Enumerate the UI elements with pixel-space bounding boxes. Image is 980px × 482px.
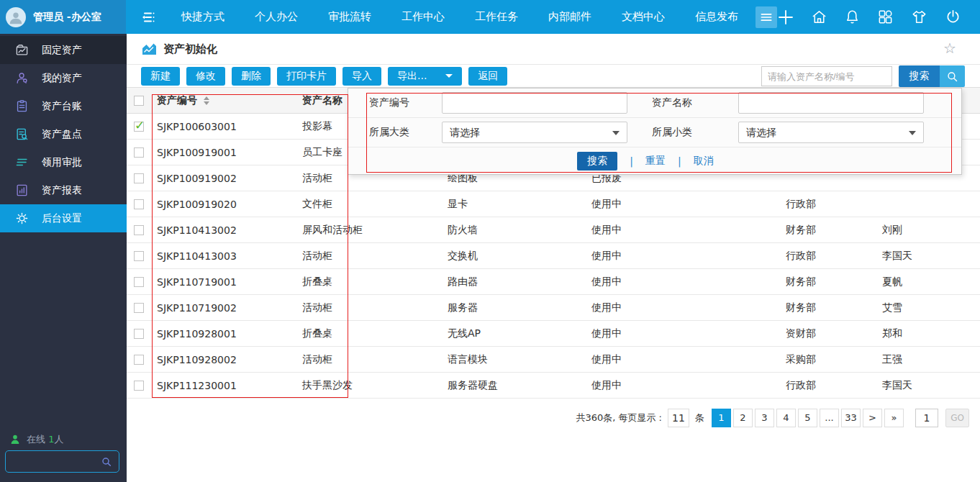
asset-search-input[interactable]	[761, 66, 892, 86]
asset-name-input[interactable]	[738, 92, 924, 114]
asset-status-cell: 使用中	[583, 301, 777, 314]
menu-item-personal-office[interactable]: 个人办公	[245, 10, 308, 24]
topbar-icons	[777, 9, 961, 26]
asset-status-cell: 使用中	[583, 198, 777, 211]
export-button[interactable]: 导出...	[388, 67, 462, 86]
table-row[interactable]: SJKP110719002 活动柜 服务器 使用中 财务部 艾雪	[127, 295, 980, 321]
sidebar-item-backend-settings[interactable]: 后台设置	[0, 204, 127, 232]
asset-code-cell: SJKP100919002	[151, 173, 295, 184]
asset-name-cell: 折叠桌	[295, 327, 439, 340]
delete-button[interactable]: 删除	[232, 67, 271, 86]
minor-category-select[interactable]: 请选择	[738, 122, 924, 143]
reset-button[interactable]: 重置	[645, 155, 666, 168]
page-button[interactable]: >	[863, 409, 882, 427]
more-menu-button[interactable]	[756, 6, 777, 28]
page-button[interactable]: 33	[841, 409, 861, 427]
back-button[interactable]: 返回	[468, 67, 507, 86]
top-menu-bar: 快捷方式 个人办公 审批流转 工作中心 工作任务 内部邮件 文档中心 信息发布	[126, 0, 980, 34]
table-row[interactable]: SJKP110928002 活动柜 语言模块 使用中 采购部 王强	[127, 347, 980, 373]
row-checkbox[interactable]	[134, 147, 144, 158]
new-button[interactable]: 新建	[141, 67, 180, 86]
modify-button[interactable]: 修改	[186, 67, 225, 86]
asset-code-input[interactable]	[442, 92, 627, 114]
row-checkbox[interactable]	[134, 303, 144, 313]
row-checkbox[interactable]	[134, 381, 144, 391]
table-row[interactable]: SJKP100919020 文件柜 显卡 使用中 行政部	[127, 191, 980, 217]
select-all-checkbox[interactable]	[134, 96, 144, 106]
page-button[interactable]: 3	[755, 409, 774, 427]
page-size-box[interactable]: 11	[668, 409, 689, 427]
table-row[interactable]: SJKP111230001 扶手黑沙发 服务器硬盘 使用中 行政部 李国天	[127, 373, 980, 399]
row-checkbox[interactable]	[134, 277, 144, 287]
search-button[interactable]: 搜索	[899, 65, 940, 87]
row-checkbox[interactable]	[134, 329, 144, 339]
row-checkbox[interactable]	[134, 199, 144, 209]
sidebar-search[interactable]	[5, 450, 119, 473]
topbar: 管理员 -办公室 快捷方式 个人办公 审批流转 工作中心 工作任务 内部邮件 文…	[0, 0, 980, 34]
asset-code-cell: SJKP110413002	[151, 224, 295, 236]
row-checkbox[interactable]	[134, 173, 144, 183]
menu-item-document-center[interactable]: 文档中心	[612, 10, 675, 24]
asset-code-cell: SJKP100919020	[151, 199, 295, 210]
page-button[interactable]: ...	[820, 409, 839, 427]
column-header-code: 资产编号	[157, 94, 197, 107]
table-row[interactable]: SJKP110413002 屏风和活动柜 防火墙 使用中 财务部 刘刚	[127, 217, 980, 243]
table-row[interactable]: SJKP110928001 折叠桌 无线AP 使用中 资财部 郑和	[127, 321, 980, 347]
top-menu: 快捷方式 个人办公 审批流转 工作中心 工作任务 内部邮件 文档中心 信息发布	[161, 10, 748, 24]
star-icon[interactable]: ☆	[943, 41, 956, 55]
print-card-button[interactable]: 打印卡片	[277, 67, 336, 86]
asset-name-cell: 活动柜	[295, 250, 439, 263]
asset-code-cell: SJKP110719002	[151, 302, 295, 314]
plus-icon[interactable]	[777, 9, 794, 26]
sort-icon[interactable]	[204, 96, 209, 105]
sidebar-item-label: 资产报表	[42, 184, 82, 197]
asset-code-cell: SJKP110928002	[151, 354, 295, 365]
go-button[interactable]: GO	[945, 409, 969, 427]
sidebar-item-asset-reports[interactable]: 资产报表	[0, 176, 127, 204]
page-button[interactable]: 5	[798, 409, 817, 427]
asset-dept-cell: 财务部	[777, 301, 874, 314]
menu-item-shortcuts[interactable]: 快捷方式	[171, 10, 235, 24]
sidebar-item-asset-ledger[interactable]: 资产台账	[0, 92, 127, 120]
table-row[interactable]: SJKP110719001 折叠桌 路由器 使用中 财务部 夏帆	[127, 269, 980, 295]
bell-icon[interactable]	[844, 9, 861, 25]
menu-item-internal-mail[interactable]: 内部邮件	[538, 10, 602, 24]
row-checkbox[interactable]	[134, 122, 144, 132]
asset-model-cell: 路由器	[439, 276, 583, 288]
panel-search-button[interactable]: 搜索	[577, 152, 617, 170]
menu-item-work-tasks[interactable]: 工作任务	[465, 10, 528, 24]
sidebar-item-asset-inventory[interactable]: 资产盘点	[0, 120, 127, 148]
chevron-down-icon	[612, 131, 620, 135]
apps-grid-icon[interactable]	[877, 9, 894, 25]
home-icon[interactable]	[811, 9, 827, 25]
import-button[interactable]: 导入	[342, 67, 381, 86]
major-category-select[interactable]: 请选择	[442, 122, 627, 143]
page-button[interactable]: 1	[712, 409, 731, 427]
search-icon	[101, 456, 112, 468]
page-button[interactable]: 2	[733, 409, 753, 427]
sidebar-item-label: 领用审批	[42, 156, 82, 169]
sidebar-item-fixed-assets[interactable]: 固定资产	[0, 36, 127, 64]
sidebar-item-requisition-approval[interactable]: 领用审批	[0, 148, 127, 176]
asset-dept-cell: 资财部	[777, 327, 874, 340]
page-button[interactable]: »	[884, 409, 904, 427]
row-checkbox[interactable]	[134, 225, 144, 235]
sidebar-item-my-assets[interactable]: 我的资产	[0, 64, 127, 92]
asset-dept-cell: 行政部	[777, 198, 874, 211]
row-checkbox[interactable]	[134, 251, 144, 261]
menu-item-work-center[interactable]: 工作中心	[391, 10, 455, 24]
power-icon[interactable]	[945, 9, 961, 25]
collapse-menu-icon[interactable]	[140, 9, 157, 26]
menu-item-approval-flow[interactable]: 审批流转	[318, 10, 381, 24]
cancel-button[interactable]: 取消	[694, 155, 714, 168]
row-checkbox[interactable]	[134, 355, 144, 365]
chart-icon	[15, 43, 29, 57]
search-icon[interactable]	[940, 65, 965, 87]
menu-item-info-publish[interactable]: 信息发布	[685, 10, 748, 24]
table-row[interactable]: SJKP110413003 活动柜 交换机 使用中 行政部 李国天	[127, 243, 980, 269]
user-area[interactable]: 管理员 -办公室	[0, 0, 126, 34]
app-root: 管理员 -办公室 快捷方式 个人办公 审批流转 工作中心 工作任务 内部邮件 文…	[0, 0, 980, 482]
page-button[interactable]: 4	[776, 409, 796, 427]
goto-page-input[interactable]	[915, 409, 938, 427]
theme-shirt-icon[interactable]	[910, 9, 928, 25]
